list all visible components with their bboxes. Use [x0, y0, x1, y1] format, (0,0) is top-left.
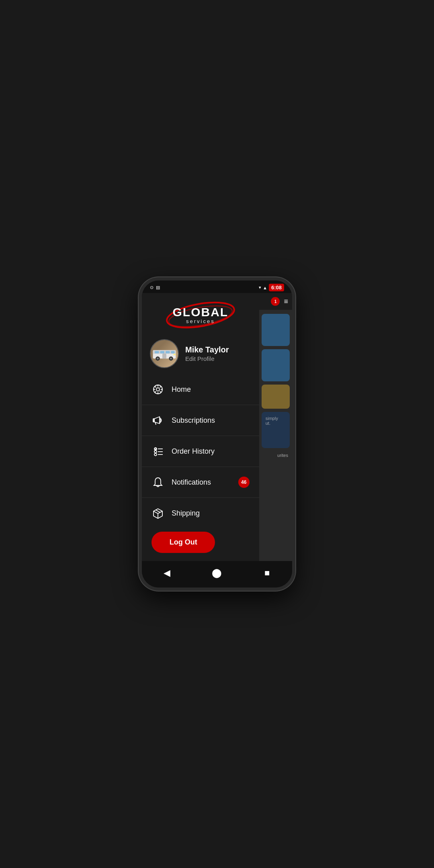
- menu-item-shipping[interactable]: Shipping: [142, 498, 259, 525]
- logout-area: Log Out: [142, 525, 259, 561]
- logo-sub: services: [173, 318, 229, 324]
- menu-label-notifications: Notifications: [172, 478, 231, 487]
- behind-block-dark: simplyut.: [262, 412, 290, 448]
- behind-top-bar: 1 ≡: [259, 293, 292, 310]
- behind-block-1: [262, 314, 290, 346]
- orders-icon: [151, 445, 164, 458]
- status-left: ⊙ ▤: [150, 285, 160, 290]
- svg-line-23: [155, 391, 156, 393]
- svg-line-32: [154, 511, 158, 514]
- logo-area: GLOBAL services: [142, 293, 259, 333]
- avatar-image: [151, 340, 178, 367]
- notification-badge: 46: [238, 477, 250, 488]
- hamburger-icon[interactable]: ≡: [284, 297, 288, 306]
- user-info: Mike Taylor Edit Profile: [185, 345, 229, 362]
- menu-item-home[interactable]: Home: [142, 374, 259, 405]
- wifi-icon: ▾: [259, 285, 261, 290]
- menu-item-order-history[interactable]: Order History: [142, 436, 259, 467]
- status-right: ▾ ▲ 6:08: [259, 284, 284, 291]
- menu-label-order-history: Order History: [172, 447, 250, 456]
- bell-icon: [151, 476, 164, 489]
- svg-rect-13: [174, 354, 176, 355]
- svg-rect-7: [171, 351, 175, 353]
- menu-label-home: Home: [172, 385, 250, 394]
- logo-brand: GLOBAL: [173, 306, 229, 318]
- svg-point-14: [156, 388, 160, 391]
- box-icon: [151, 507, 164, 520]
- sim-icon: ▤: [156, 285, 160, 290]
- behind-content: simplyut. urites: [259, 310, 292, 561]
- top-badge: 1: [271, 297, 280, 306]
- behind-block-gold: [262, 385, 290, 409]
- svg-rect-12: [163, 354, 166, 358]
- logo-container: GLOBAL services: [164, 301, 237, 329]
- home-button[interactable]: ⬤: [209, 565, 225, 581]
- svg-point-9: [157, 357, 159, 359]
- svg-point-27: [154, 450, 157, 453]
- logo-text: GLOBAL services: [173, 306, 229, 324]
- bottom-nav: ◀ ⬤ ■: [142, 561, 292, 588]
- edit-profile-link[interactable]: Edit Profile: [185, 355, 229, 362]
- svg-line-21: [160, 391, 161, 393]
- user-section[interactable]: Mike Taylor Edit Profile: [142, 333, 259, 374]
- avatar: [150, 339, 179, 368]
- signal-icon: ▲: [263, 285, 267, 290]
- phone-frame: ⊙ ▤ ▾ ▲ 6:08 GLOBAL services: [139, 277, 295, 591]
- recent-button[interactable]: ■: [259, 565, 275, 581]
- logout-button[interactable]: Log Out: [151, 532, 215, 553]
- behind-block-2: [262, 349, 290, 381]
- svg-rect-24: [153, 419, 154, 422]
- screen: GLOBAL services: [142, 293, 292, 561]
- user-name: Mike Taylor: [185, 345, 229, 354]
- menu-item-notifications[interactable]: Notifications 46: [142, 467, 259, 498]
- svg-rect-6: [166, 351, 170, 353]
- svg-line-22: [160, 387, 161, 388]
- svg-point-28: [154, 453, 157, 456]
- svg-rect-4: [155, 351, 159, 353]
- bus-svg: [152, 347, 176, 361]
- menu-label-shipping: Shipping: [172, 509, 250, 518]
- status-bar: ⊙ ▤ ▾ ▲ 6:08: [142, 280, 292, 293]
- svg-point-11: [170, 357, 172, 359]
- behind-text: urites: [262, 451, 290, 459]
- status-time: 6:08: [269, 284, 284, 291]
- svg-line-20: [155, 387, 156, 388]
- back-button[interactable]: ◀: [159, 565, 175, 581]
- nav-menu: Home Subscriptions: [142, 374, 259, 525]
- helm-icon: [151, 383, 164, 396]
- menu-label-subscriptions: Subscriptions: [172, 416, 250, 425]
- app-behind: 1 ≡ simplyut. urites: [259, 293, 292, 561]
- drawer-menu: GLOBAL services: [142, 293, 259, 561]
- svg-line-35: [156, 510, 160, 512]
- megaphone-icon: [151, 414, 164, 427]
- menu-item-subscriptions[interactable]: Subscriptions: [142, 405, 259, 436]
- svg-rect-5: [160, 351, 165, 353]
- camera-icon: ⊙: [150, 285, 154, 290]
